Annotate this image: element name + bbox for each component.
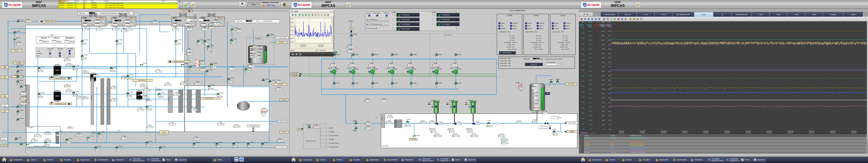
svg-text:i: i xyxy=(241,158,242,161)
